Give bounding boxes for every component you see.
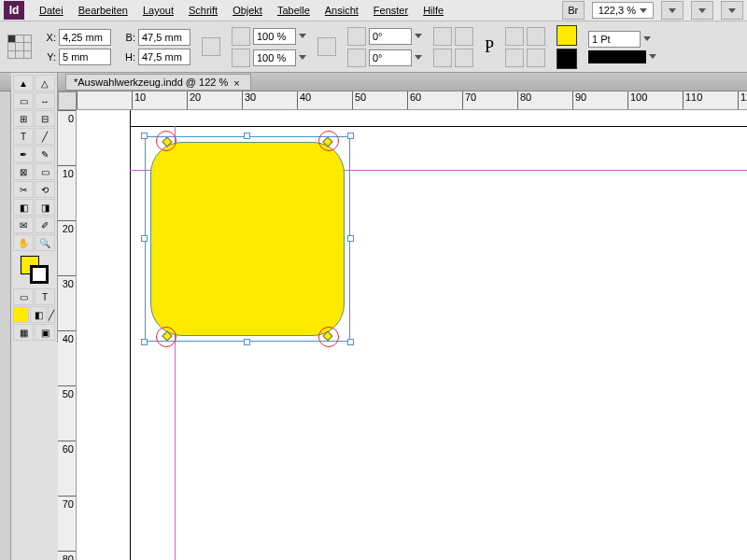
page-edge-vertical <box>130 110 131 560</box>
horizontal-ruler[interactable]: 10 20 30 40 50 60 70 80 90 100 110 120 <box>77 91 747 110</box>
line-tool[interactable]: ╱ <box>35 128 55 145</box>
direct-selection-tool[interactable]: △ <box>35 75 55 91</box>
menu-ansicht[interactable]: Ansicht <box>317 1 366 20</box>
type-tool[interactable]: T <box>13 128 34 145</box>
content-placer-tool[interactable]: ⊟ <box>35 110 55 127</box>
rectangle-tool[interactable]: ▭ <box>35 163 55 180</box>
stroke-style-dropdown[interactable] <box>588 50 646 63</box>
flip-v-icon[interactable] <box>455 49 473 67</box>
select-container-icon[interactable] <box>505 27 524 46</box>
chevron-down-icon[interactable] <box>415 55 422 60</box>
y-label: Y: <box>43 51 56 63</box>
scissors-tool[interactable]: ✂ <box>13 181 34 198</box>
menu-fenster[interactable]: Fenster <box>366 1 416 20</box>
zoom-mode-button[interactable]: Br <box>562 1 585 20</box>
normal-view-icon[interactable]: ▦ <box>13 324 34 341</box>
resize-handle-br[interactable] <box>347 339 354 345</box>
h-label: H: <box>122 51 135 63</box>
zoom-value: 122,3 % <box>599 5 636 16</box>
rotate-cw-icon[interactable] <box>433 27 452 46</box>
resize-handle-bl[interactable] <box>141 339 148 345</box>
hand-tool[interactable]: ✋ <box>13 234 34 251</box>
tab-title: *Auswahlwerkzeug.indd @ 122 % <box>74 77 228 88</box>
resize-handle-bm[interactable] <box>244 339 250 345</box>
height-input[interactable] <box>138 49 190 65</box>
scale-x-input[interactable] <box>253 28 296 45</box>
select-content-icon[interactable] <box>527 27 545 46</box>
content-collector-tool[interactable]: ⊞ <box>13 110 34 127</box>
chevron-down-icon[interactable] <box>649 54 656 59</box>
preview-view-icon[interactable]: ▣ <box>35 324 55 341</box>
page-tool[interactable]: ▭ <box>13 92 34 109</box>
zoom-tool[interactable]: 🔍 <box>35 234 55 251</box>
resize-handle-tr[interactable] <box>347 133 354 139</box>
page-edge-horizontal <box>130 126 747 127</box>
document-tab[interactable]: *Auswahlwerkzeug.indd @ 122 % × <box>65 74 251 91</box>
workspace-button[interactable] <box>721 1 743 20</box>
menubar: Id Datei Bearbeiten Layout Schrift Objek… <box>0 0 747 21</box>
rotate-ccw-icon[interactable] <box>455 27 473 46</box>
panel-collapse-strip[interactable] <box>0 91 11 560</box>
apply-color-icon[interactable] <box>13 306 29 323</box>
arrange-button[interactable] <box>691 1 713 20</box>
scale-y-input[interactable] <box>253 49 296 66</box>
menu-layout[interactable]: Layout <box>135 1 181 20</box>
chevron-down-icon[interactable] <box>299 34 306 38</box>
note-tool[interactable]: ✉ <box>13 217 34 233</box>
x-input[interactable] <box>59 29 111 46</box>
menu-datei[interactable]: Datei <box>32 1 71 20</box>
y-input[interactable] <box>59 49 111 65</box>
eyedropper-tool[interactable]: ✐ <box>35 217 55 233</box>
close-icon[interactable]: × <box>233 77 243 87</box>
select-next-icon[interactable] <box>527 49 545 67</box>
menu-tabelle[interactable]: Tabelle <box>270 1 317 20</box>
shear-input[interactable] <box>369 49 412 66</box>
fill-stroke-indicator[interactable] <box>21 256 49 284</box>
pencil-tool[interactable]: ✎ <box>35 146 55 162</box>
formatting-container-icon[interactable]: ▭ <box>13 288 34 305</box>
selection-tool[interactable]: ▲ <box>13 75 34 91</box>
flip-h-icon[interactable] <box>433 49 452 67</box>
menu-hilfe[interactable]: Hilfe <box>416 1 451 20</box>
x-label: X: <box>43 32 56 43</box>
menu-objekt[interactable]: Objekt <box>225 1 270 20</box>
gap-tool[interactable]: ↔ <box>35 92 55 109</box>
resize-handle-tm[interactable] <box>244 133 250 139</box>
stroke-swatch-icon[interactable] <box>30 265 49 284</box>
select-prev-icon[interactable] <box>505 49 524 67</box>
menu-schrift[interactable]: Schrift <box>181 1 225 20</box>
chevron-down-icon[interactable] <box>643 36 651 41</box>
resize-handle-tl[interactable] <box>141 133 148 139</box>
apply-none-icon[interactable]: ╱ <box>48 306 55 323</box>
canvas[interactable] <box>77 110 747 560</box>
reference-point-grid[interactable] <box>7 35 32 59</box>
w-label: B: <box>122 32 135 43</box>
ruler-origin[interactable] <box>58 91 77 110</box>
menu-bearbeiten[interactable]: Bearbeiten <box>71 1 135 20</box>
rotate-input[interactable] <box>369 28 412 45</box>
vertical-ruler[interactable]: 0 10 20 30 40 50 60 70 80 <box>58 110 77 560</box>
stroke-color-swatch[interactable] <box>557 49 577 69</box>
zoom-level-dropdown[interactable]: 122,3 % <box>592 2 654 19</box>
rotate-icon <box>347 27 366 46</box>
selected-object[interactable] <box>145 136 350 342</box>
screen-mode-button[interactable] <box>661 1 684 20</box>
rectangle-frame-tool[interactable]: ⊠ <box>13 163 34 180</box>
link-scale-icon[interactable] <box>317 37 336 56</box>
chevron-down-icon <box>698 8 706 13</box>
chevron-down-icon[interactable] <box>415 34 422 38</box>
resize-handle-mr[interactable] <box>347 235 354 242</box>
width-input[interactable] <box>138 29 190 46</box>
stroke-weight-input[interactable] <box>588 31 641 48</box>
constrain-proportions-icon[interactable] <box>202 37 220 56</box>
pen-tool[interactable]: ✒ <box>13 146 34 162</box>
gradient-swatch-tool[interactable]: ◧ <box>13 199 34 216</box>
gradient-feather-tool[interactable]: ◨ <box>35 199 55 216</box>
chevron-down-icon[interactable] <box>299 55 306 60</box>
resize-handle-ml[interactable] <box>141 235 148 242</box>
fill-color-swatch[interactable] <box>557 25 577 46</box>
formatting-text-icon[interactable]: T <box>35 288 55 305</box>
apply-gradient-icon[interactable]: ◧ <box>30 306 46 323</box>
free-transform-tool[interactable]: ⟲ <box>35 181 55 198</box>
scale-x-icon <box>232 27 250 46</box>
